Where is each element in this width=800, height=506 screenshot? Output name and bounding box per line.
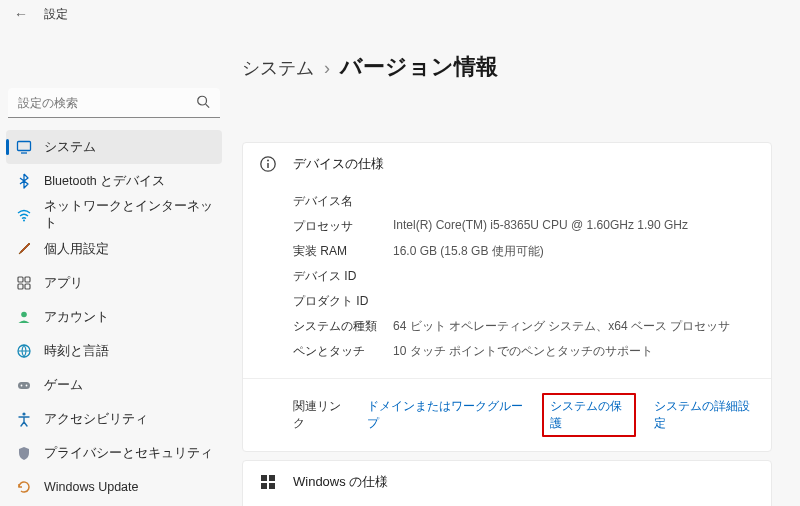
sidebar-item-bluetooth[interactable]: Bluetooth とデバイス [6, 164, 222, 198]
sidebar-item-label: アクセシビリティ [44, 411, 148, 428]
sidebar-item-network[interactable]: ネットワークとインターネット [6, 198, 222, 232]
apps-icon [16, 275, 32, 291]
related-links-label: 関連リンク [293, 398, 349, 432]
wifi-icon [16, 207, 32, 223]
svg-point-12 [21, 385, 23, 387]
svg-rect-6 [25, 277, 30, 282]
svg-rect-8 [25, 284, 30, 289]
spec-row: 実装 RAM16.0 GB (15.8 GB 使用可能) [293, 239, 755, 264]
spec-row: システムの種類64 ビット オペレーティング システム、x64 ベース プロセッ… [293, 314, 755, 339]
windows-logo-icon [259, 473, 277, 491]
svg-line-1 [206, 104, 210, 108]
svg-rect-20 [261, 483, 267, 489]
svg-point-13 [26, 385, 28, 387]
spec-value: 10 タッチ ポイントでのペンとタッチのサポート [393, 343, 653, 360]
sidebar-item-time-language[interactable]: 時刻と言語 [6, 334, 222, 368]
spec-row: プロセッサIntel(R) Core(TM) i5-8365U CPU @ 1.… [293, 214, 755, 239]
breadcrumb: システム › バージョン情報 [242, 52, 772, 82]
device-rename-block [242, 102, 772, 134]
bluetooth-icon [16, 173, 32, 189]
spec-row: ペンとタッチ10 タッチ ポイントでのペンとタッチのサポート [293, 339, 755, 364]
breadcrumb-separator: › [324, 58, 330, 79]
sidebar-item-label: ネットワークとインターネット [44, 198, 214, 232]
spec-row: プロダクト ID [293, 289, 755, 314]
svg-rect-19 [269, 475, 275, 481]
system-icon [16, 139, 32, 155]
sidebar-item-label: 時刻と言語 [44, 343, 109, 360]
brush-icon [16, 241, 32, 257]
spec-label: デバイス名 [293, 193, 393, 210]
page-title: バージョン情報 [340, 52, 498, 82]
sidebar-item-accounts[interactable]: アカウント [6, 300, 222, 334]
link-domain-workgroup[interactable]: ドメインまたはワークグループ [367, 398, 524, 432]
content: システム › バージョン情報 デバイスの仕様 デバイス名 プロセッサIntel(… [228, 28, 800, 506]
spec-row: デバイス ID [293, 264, 755, 289]
sidebar-item-label: システム [44, 139, 96, 156]
spec-label: デバイス ID [293, 268, 393, 285]
sidebar-item-privacy[interactable]: プライバシーとセキュリティ [6, 436, 222, 470]
update-icon [16, 479, 32, 495]
link-advanced-system-settings[interactable]: システムの詳細設定 [654, 398, 755, 432]
related-links-row: 関連リンク ドメインまたはワークグループ システムの保護 システムの詳細設定 [243, 378, 771, 451]
back-button[interactable]: ← [14, 6, 28, 22]
titlebar: ← 設定 [0, 0, 800, 28]
sidebar-item-windows-update[interactable]: Windows Update [6, 470, 222, 504]
sidebar-item-label: Windows Update [44, 480, 139, 494]
spec-label: システムの種類 [293, 318, 393, 335]
spec-label: ペンとタッチ [293, 343, 393, 360]
titlebar-label: 設定 [44, 6, 68, 23]
sidebar-item-apps[interactable]: アプリ [6, 266, 222, 300]
sidebar-item-label: Bluetooth とデバイス [44, 173, 165, 190]
sidebar-item-personalization[interactable]: 個人用設定 [6, 232, 222, 266]
account-icon [16, 309, 32, 325]
sidebar-item-label: ゲーム [44, 377, 83, 394]
sidebar-item-label: アカウント [44, 309, 109, 326]
windows-specs-header[interactable]: Windows の仕様 [243, 461, 771, 503]
link-system-protection[interactable]: システムの保護 [542, 393, 636, 437]
sidebar-item-system[interactable]: システム [6, 130, 222, 164]
accessibility-icon [16, 411, 32, 427]
shield-icon [16, 445, 32, 461]
search-icon [196, 95, 210, 112]
device-specs-header[interactable]: デバイスの仕様 [243, 143, 771, 185]
sidebar-item-label: 個人用設定 [44, 241, 109, 258]
spec-value: Intel(R) Core(TM) i5-8365U CPU @ 1.60GHz… [393, 218, 688, 235]
spec-value: 16.0 GB (15.8 GB 使用可能) [393, 243, 544, 260]
svg-point-4 [23, 220, 25, 222]
sidebar: システム Bluetooth とデバイス ネットワークとインターネット 個人用設… [0, 28, 228, 506]
sidebar-item-label: プライバシーとセキュリティ [44, 445, 213, 462]
svg-rect-11 [18, 382, 30, 389]
svg-rect-5 [18, 277, 23, 282]
spec-label: プロダクト ID [293, 293, 393, 310]
spec-label: プロセッサ [293, 218, 393, 235]
breadcrumb-parent[interactable]: システム [242, 56, 314, 80]
windows-specs-title: Windows の仕様 [293, 473, 388, 491]
gaming-icon [16, 377, 32, 393]
svg-point-16 [267, 160, 269, 162]
svg-point-0 [198, 96, 207, 105]
device-specs-card: デバイスの仕様 デバイス名 プロセッサIntel(R) Core(TM) i5-… [242, 142, 772, 452]
svg-rect-18 [261, 475, 267, 481]
spec-value: 64 ビット オペレーティング システム、x64 ベース プロセッサ [393, 318, 730, 335]
svg-rect-7 [18, 284, 23, 289]
device-specs-body: デバイス名 プロセッサIntel(R) Core(TM) i5-8365U CP… [243, 185, 771, 378]
globe-icon [16, 343, 32, 359]
sidebar-item-accessibility[interactable]: アクセシビリティ [6, 402, 222, 436]
svg-point-14 [22, 412, 25, 415]
info-icon [259, 155, 277, 173]
sidebar-item-label: アプリ [44, 275, 83, 292]
profile-block [0, 38, 228, 88]
sidebar-item-gaming[interactable]: ゲーム [6, 368, 222, 402]
windows-specs-card: Windows の仕様 エディションWindows 11 Pro バージョン21… [242, 460, 772, 506]
spec-label: 実装 RAM [293, 243, 393, 260]
search-input[interactable] [8, 88, 220, 118]
search-box[interactable] [8, 88, 220, 118]
svg-rect-21 [269, 483, 275, 489]
svg-rect-2 [18, 142, 31, 151]
device-specs-title: デバイスの仕様 [293, 155, 384, 173]
spec-row: デバイス名 [293, 189, 755, 214]
svg-point-9 [21, 312, 27, 318]
